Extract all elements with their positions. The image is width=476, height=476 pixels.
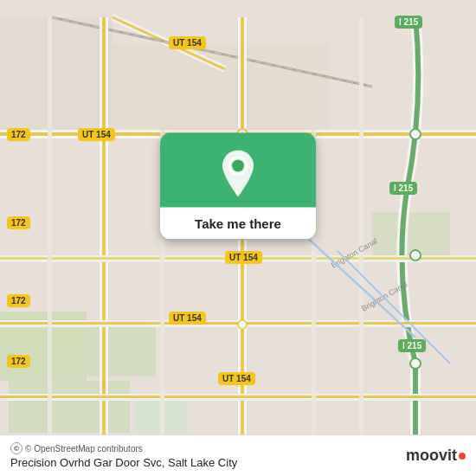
osm-icon: © xyxy=(10,442,23,454)
svg-rect-23 xyxy=(0,396,476,398)
take-me-button[interactable]: Take me there xyxy=(160,208,316,240)
svg-point-37 xyxy=(238,320,247,329)
route-badge-ut154-midleft: UT 154 xyxy=(78,128,115,141)
place-name: Precision Ovrhd Gar Door Svc, Salt Lake … xyxy=(10,456,237,469)
route-badge-ut154-top: UT 154 xyxy=(169,36,206,49)
card-icon-area xyxy=(160,133,316,208)
svg-point-39 xyxy=(232,160,244,172)
take-me-card[interactable]: Take me there xyxy=(160,133,316,240)
route-badge-172-4: 172 xyxy=(7,355,30,368)
route-badge-ut154-lower: UT 154 xyxy=(169,312,206,325)
svg-rect-27 xyxy=(359,17,363,459)
route-badge-ut154-bottom: UT 154 xyxy=(218,372,255,385)
svg-point-34 xyxy=(410,129,421,139)
svg-point-38 xyxy=(410,358,421,369)
bottom-bar-info: © © OpenStreetMap contributors Precision… xyxy=(10,442,237,469)
route-badge-i215-lower: I 215 xyxy=(398,339,426,352)
svg-point-36 xyxy=(410,250,421,261)
osm-credit: © © OpenStreetMap contributors xyxy=(10,442,237,454)
svg-rect-4 xyxy=(9,381,130,433)
svg-rect-6 xyxy=(0,17,113,130)
svg-rect-15 xyxy=(102,17,106,459)
map-container: Brighton Canal Brighton Canal UT 154 I 2… xyxy=(0,0,476,476)
moovit-dot xyxy=(459,453,466,460)
route-badge-172-2: 172 xyxy=(7,216,30,229)
route-badge-i215-mid: I 215 xyxy=(389,182,417,195)
svg-rect-2 xyxy=(87,325,156,376)
route-badge-172-1: 172 xyxy=(7,128,30,141)
route-badge-ut154-mid: UT 154 xyxy=(225,251,262,264)
route-badge-172-3: 172 xyxy=(7,294,30,307)
svg-rect-7 xyxy=(113,43,329,130)
moovit-logo: moovit xyxy=(406,447,466,465)
location-pin-icon xyxy=(219,151,257,197)
svg-rect-24 xyxy=(48,17,52,459)
route-badge-i215-top: I 215 xyxy=(395,16,422,29)
bottom-bar: © © OpenStreetMap contributors Precision… xyxy=(0,434,476,476)
